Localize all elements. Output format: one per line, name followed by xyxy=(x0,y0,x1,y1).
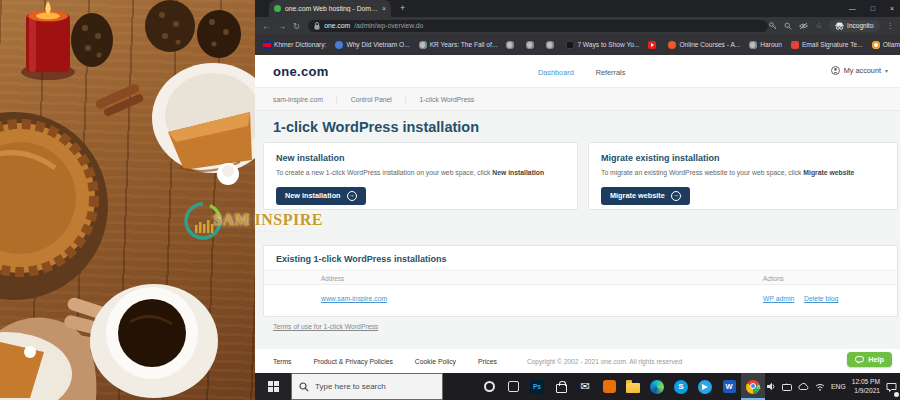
my-account-label: My account xyxy=(844,66,881,75)
table-row: www.sam-inspire.com WP admin Delete blog xyxy=(264,285,897,313)
globe-icon xyxy=(546,41,554,49)
footer-cookie-link[interactable]: Cookie Policy xyxy=(415,358,456,365)
onedrive-cloud-icon[interactable] xyxy=(798,383,809,390)
breadcrumb-domain[interactable]: sam-inspire.com xyxy=(273,96,323,103)
onecom-logo[interactable]: one.com xyxy=(273,64,329,79)
network-wifi-icon[interactable] xyxy=(815,383,825,391)
bookmark-7-ways[interactable]: 7 Ways to Show Yo... xyxy=(566,41,639,49)
windows-taskbar: Type here to search ✉ ∧ xyxy=(255,373,900,400)
key-icon[interactable] xyxy=(769,22,777,30)
delete-blog-link[interactable]: Delete blog xyxy=(804,295,838,302)
action-center-icon[interactable] xyxy=(886,378,897,396)
whole-pie xyxy=(0,112,108,300)
dark-badge-icon xyxy=(566,41,574,49)
search-icon[interactable] xyxy=(784,22,792,30)
bookmark-item[interactable] xyxy=(546,41,557,49)
bookmark-label: Why Did Vietnam O... xyxy=(346,41,409,48)
bookmark-label: Khmer Dictionary: xyxy=(274,41,326,48)
chat-bubble-icon xyxy=(855,356,864,364)
bookmark-online-courses[interactable]: Online Courses - A... xyxy=(668,41,740,49)
breadcrumb-current: 1-click WordPress xyxy=(392,96,474,103)
start-button[interactable] xyxy=(255,373,291,400)
office-app-icon[interactable] xyxy=(597,373,621,400)
tray-chevron-icon[interactable]: ∧ xyxy=(756,383,761,391)
url-bar[interactable]: one.com/admin/wp-overview.do xyxy=(308,20,768,32)
bookmark-item[interactable] xyxy=(526,41,537,49)
nav-dashboard[interactable]: Dashboard xyxy=(538,68,574,77)
card-title: New installation xyxy=(276,153,565,163)
card-body: To create a new 1-click WordPress instal… xyxy=(276,169,565,176)
screen: one.com Web hosting - Doma... × + — □ × … xyxy=(0,0,900,400)
arrow-circle-icon: → xyxy=(671,191,681,201)
windows-logo-icon xyxy=(268,381,279,392)
bookmark-khmer-dictionary[interactable]: Khmer Dictionary: xyxy=(263,41,326,49)
terms-of-use-link[interactable]: Terms of use for 1-click WordPress xyxy=(273,323,378,330)
forward-icon[interactable]: → xyxy=(278,21,287,31)
maximize-button[interactable]: □ xyxy=(871,5,875,12)
microsoft-store-icon[interactable] xyxy=(549,373,573,400)
clock-time: 12:05 PM xyxy=(852,378,880,387)
wp-admin-link[interactable]: WP admin xyxy=(763,295,794,302)
reload-icon[interactable]: ↻ xyxy=(293,21,300,31)
card-title: Migrate existing installation xyxy=(601,153,885,163)
footer-privacy-link[interactable]: Product & Privacy Policies xyxy=(314,358,393,365)
taskbar-search-input[interactable]: Type here to search xyxy=(291,373,443,400)
menu-kebab-icon[interactable]: ⋮ xyxy=(887,21,895,30)
tab-strip: one.com Web hosting - Doma... × + — □ × xyxy=(255,0,900,17)
tray-folder-icon[interactable] xyxy=(782,383,792,391)
word-taskbar-icon[interactable] xyxy=(717,373,741,400)
telegram-taskbar-icon[interactable] xyxy=(693,373,717,400)
migrate-installation-card: Migrate existing installation To migrate… xyxy=(588,142,898,210)
user-icon xyxy=(831,66,840,75)
site-nav: Dashboard Referrals xyxy=(538,68,625,77)
coffee-cup xyxy=(90,284,218,398)
bookmark-youtube[interactable] xyxy=(648,41,659,49)
page-title: 1-click WordPress installation xyxy=(273,119,479,135)
taskbar-clock[interactable]: 12:05 PM 1/9/2021 xyxy=(852,378,880,396)
tab-close-icon[interactable]: × xyxy=(382,5,386,12)
search-placeholder: Type here to search xyxy=(315,382,386,391)
footer-terms-link[interactable]: Terms xyxy=(273,358,292,365)
language-indicator[interactable]: ENG xyxy=(831,383,846,390)
new-tab-button[interactable]: + xyxy=(400,3,405,14)
my-account-menu[interactable]: My account ▾ xyxy=(831,66,888,75)
card-body-text: To create a new 1-click WordPress instal… xyxy=(276,169,492,176)
bookmark-label: Ollami - DMC xyxy=(883,41,900,48)
installation-address-link[interactable]: www.sam-inspire.com xyxy=(321,295,387,302)
back-icon[interactable]: ← xyxy=(262,21,271,31)
edge-taskbar-icon[interactable] xyxy=(645,373,669,400)
bookmark-star-icon[interactable]: ☆ xyxy=(815,21,822,30)
file-explorer-icon[interactable] xyxy=(621,373,645,400)
migrate-website-button[interactable]: Migrate website → xyxy=(601,187,690,205)
bookmark-label: Online Courses - A... xyxy=(679,41,740,48)
breadcrumb-control-panel[interactable]: Control Panel xyxy=(323,96,392,103)
minimize-button[interactable]: — xyxy=(849,5,856,12)
help-button[interactable]: Help xyxy=(847,352,892,367)
bookmark-item[interactable] xyxy=(506,41,517,49)
nav-referrals[interactable]: Referrals xyxy=(596,68,626,77)
mail-taskbar-icon[interactable]: ✉ xyxy=(573,373,597,400)
blue-dot-icon xyxy=(335,41,343,49)
globe-icon xyxy=(506,41,514,49)
bookmark-haroun[interactable]: Haroun xyxy=(749,41,782,49)
table-header: Address Actions xyxy=(264,270,897,285)
url-path: /admin/wp-overview.do xyxy=(354,22,423,29)
red-badge-icon xyxy=(791,41,799,49)
close-button[interactable]: × xyxy=(890,5,894,12)
bookmark-ollami[interactable]: Ollami - DMC xyxy=(872,41,900,49)
toolbar-right: ☆ Incognito ⋮ xyxy=(769,20,894,32)
bookmark-kr-years[interactable]: KR Years: The Fall of... xyxy=(419,41,498,49)
bookmark-why-did-vietnam[interactable]: Why Did Vietnam O... xyxy=(335,41,409,49)
bookmark-email-signature[interactable]: Email Signature Te... xyxy=(791,41,863,49)
volume-icon[interactable] xyxy=(767,382,776,391)
skype-taskbar-icon[interactable] xyxy=(669,373,693,400)
card-body: To migrate an existing WordPress website… xyxy=(601,169,885,176)
opera-taskbar-icon[interactable] xyxy=(477,373,501,400)
photoshop-taskbar-icon[interactable] xyxy=(525,373,549,400)
column-actions: Actions xyxy=(763,275,784,282)
browser-tab[interactable]: one.com Web hosting - Doma... × xyxy=(269,0,391,17)
extension-eye-icon[interactable] xyxy=(799,22,808,30)
task-view-icon[interactable] xyxy=(501,373,525,400)
chevron-down-icon: ▾ xyxy=(885,67,888,74)
footer-prices-link[interactable]: Prices xyxy=(478,358,497,365)
